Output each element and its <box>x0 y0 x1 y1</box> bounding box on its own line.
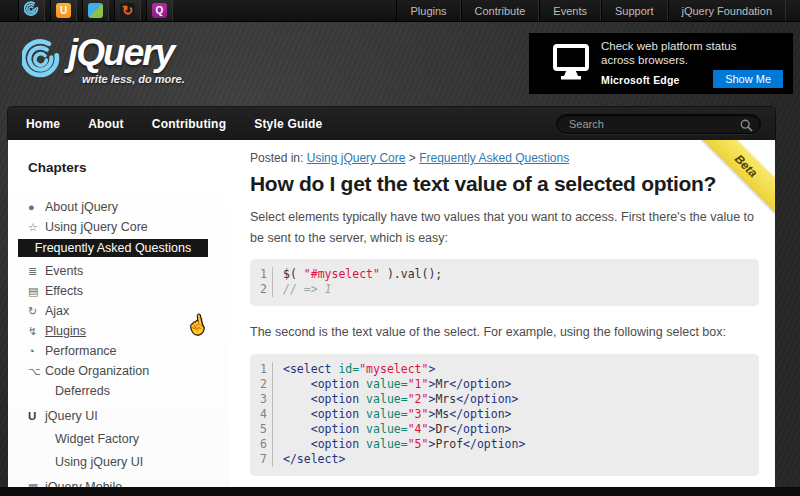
top-links: Plugins Contribute Events Support jQuery… <box>396 0 800 21</box>
sidebar-item-events[interactable]: ≣ Events <box>28 261 230 281</box>
project-tabs: U ↻ Q <box>0 0 178 21</box>
jquery-swirl-icon <box>24 1 40 21</box>
top-link-support[interactable]: Support <box>601 0 668 21</box>
page-container: Home About Contributing Style Guide Beta… <box>8 107 775 496</box>
footer-bar <box>0 487 800 496</box>
sidebar-item-jquery-ui[interactable]: U jQuery UI <box>28 406 230 426</box>
ad-brand: Microsoft Edge <box>601 74 680 86</box>
qunit-project-tab[interactable]: Q <box>146 0 173 21</box>
jquery-ui-project-tab[interactable]: U <box>50 0 77 21</box>
sidebar-item-about-jquery[interactable]: ● About jQuery <box>28 197 230 217</box>
jquery-logo-swirl-icon <box>22 38 64 85</box>
refresh-icon: ↻ <box>28 305 45 318</box>
top-project-bar: U ↻ Q Plugins Contribute Events Support … <box>0 0 800 22</box>
top-link-plugins[interactable]: Plugins <box>396 0 460 21</box>
chapters-sidebar: Chapters ● About jQuery ☆ Using jQuery C… <box>8 140 230 496</box>
jquery-logo[interactable]: jQuery write less, do more. <box>22 34 185 85</box>
monitor-icon <box>551 42 591 86</box>
sidebar-item-frequently-asked-questions[interactable]: Frequently Asked Questions <box>18 239 208 257</box>
jquery-mobile-icon <box>88 3 103 18</box>
page-title: How do I get the text value of a selecte… <box>250 172 759 196</box>
top-link-jquery-foundation[interactable]: jQuery Foundation <box>668 0 787 21</box>
gauge-icon: ◔ <box>28 345 45 357</box>
logo-tagline: write less, do more. <box>82 73 185 85</box>
logo-title: jQuery <box>68 34 185 71</box>
breadcrumb: Posted in: Using jQuery Core > Frequentl… <box>250 151 759 165</box>
sidebar-item-ajax[interactable]: ↻ Ajax <box>28 301 230 321</box>
top-link-events[interactable]: Events <box>539 0 601 21</box>
paragraph-1: Select elements typically have two value… <box>250 207 759 248</box>
breadcrumb-link-using-jquery-core[interactable]: Using jQuery Core <box>307 151 406 165</box>
sizzle-project-tab[interactable]: ↻ <box>114 0 141 21</box>
search-icon[interactable] <box>740 118 753 136</box>
code-block-select-html[interactable]: 1<select id="myselect">2 <option value="… <box>250 354 759 476</box>
sidebar-title: Chapters <box>28 160 230 175</box>
breadcrumb-prefix: Posted in: <box>250 151 303 165</box>
content-area: Beta Chapters ● About jQuery ☆ Using jQu… <box>8 140 775 496</box>
code-block-val[interactable]: 1$( "#myselect" ).val();2// => 1 <box>250 259 759 306</box>
show-me-button[interactable]: Show Me <box>713 70 783 88</box>
sizzle-icon: ↻ <box>120 3 135 18</box>
nav-about[interactable]: About <box>74 117 138 131</box>
sidebar-item-using-jquery-core[interactable]: ☆ Using jQuery Core <box>28 217 230 237</box>
main-nav: Home About Contributing Style Guide <box>8 107 775 140</box>
breadcrumb-link-faq[interactable]: Frequently Asked Questions <box>419 151 569 165</box>
ad-text-line1: Check web platform status <box>601 39 785 53</box>
sidebar-item-plugins[interactable]: ↯ Plugins <box>28 321 230 341</box>
jquery-ui-icon: U <box>56 3 71 18</box>
paragraph-2: The second is the text value of the sele… <box>250 322 759 343</box>
chapters-list: ● About jQuery ☆ Using jQuery Core Frequ… <box>28 197 230 496</box>
nav-style-guide[interactable]: Style Guide <box>240 117 336 131</box>
jquery-mobile-project-tab[interactable] <box>82 0 109 21</box>
breadcrumb-separator: > <box>409 151 416 165</box>
sidebar-item-code-organization[interactable]: ⌥ Code Organization <box>28 361 230 381</box>
nav-home[interactable]: Home <box>8 117 74 131</box>
article-main: Posted in: Using jQuery Core > Frequentl… <box>230 140 775 496</box>
site-header: jQuery write less, do more. Check web pl… <box>0 22 800 107</box>
sidebar-item-using-jquery-ui[interactable]: Using jQuery UI <box>28 452 230 472</box>
ad-text-line2: across browsers. <box>601 53 785 67</box>
lightning-icon: ↯ <box>28 325 45 338</box>
jquery-project-tab[interactable] <box>18 0 45 21</box>
star-icon: ☆ <box>28 221 45 234</box>
qunit-icon: Q <box>152 3 167 18</box>
circle-icon: ● <box>28 201 45 213</box>
top-link-contribute[interactable]: Contribute <box>461 0 540 21</box>
sitemap-icon: ⌥ <box>28 365 45 378</box>
nav-contributing[interactable]: Contributing <box>138 117 240 131</box>
microsoft-edge-ad[interactable]: Check web platform status across browser… <box>529 33 793 94</box>
sidebar-item-deferreds[interactable]: Deferreds <box>28 381 230 401</box>
image-icon: ▤ <box>28 285 45 298</box>
jquery-ui-icon: U <box>28 410 45 422</box>
list-icon: ≣ <box>28 265 45 278</box>
sidebar-item-performance[interactable]: ◔ Performance <box>28 341 230 361</box>
sidebar-item-widget-factory[interactable]: Widget Factory <box>28 429 230 449</box>
search-input[interactable] <box>556 114 761 134</box>
sidebar-item-effects[interactable]: ▤ Effects <box>28 281 230 301</box>
